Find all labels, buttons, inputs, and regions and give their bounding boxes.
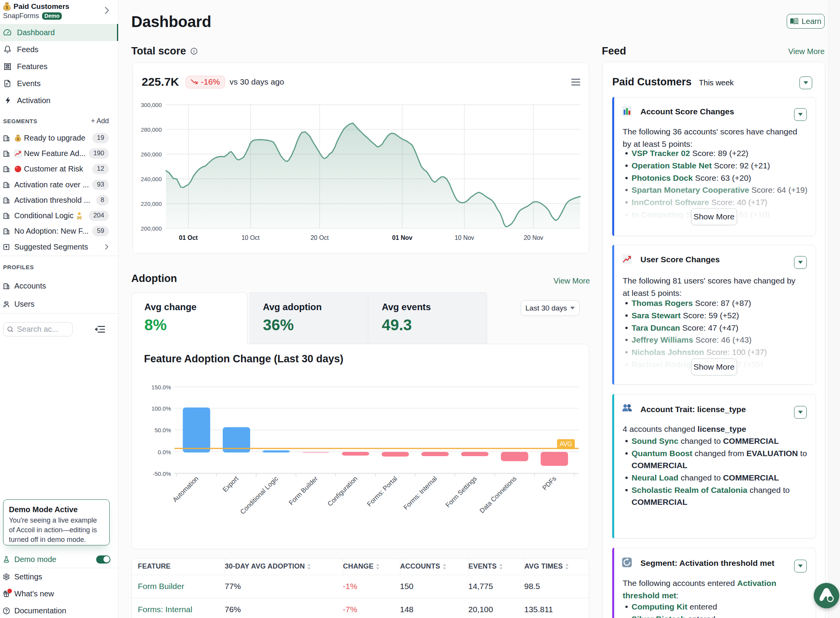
svg-text:150.0%: 150.0% [151, 384, 171, 390]
svg-text:240,000: 240,000 [141, 176, 162, 182]
svg-text:300,000: 300,000 [141, 102, 162, 108]
svg-text:Export: Export [221, 475, 240, 493]
svg-text:Forms: Internal: Forms: Internal [402, 475, 439, 511]
svg-text:Forms: Portal: Forms: Portal [366, 475, 399, 508]
svg-text:Form Settings: Form Settings [444, 475, 478, 509]
svg-text:$: $ [17, 137, 19, 141]
svg-text:01 Oct: 01 Oct [179, 234, 198, 241]
svg-text:200,000: 200,000 [141, 225, 162, 232]
svg-text:20 Nov: 20 Nov [524, 234, 544, 241]
svg-text:0.0%: 0.0% [158, 449, 171, 455]
svg-text:Conditional Logic: Conditional Logic [239, 475, 280, 516]
svg-text:-50.0%: -50.0% [152, 470, 171, 477]
svg-text:260,000: 260,000 [141, 151, 162, 158]
svg-text:Configuration: Configuration [326, 475, 359, 508]
svg-text:Automation: Automation [171, 475, 200, 503]
svg-text:$: $ [6, 5, 8, 10]
svg-text:10 Oct: 10 Oct [241, 234, 260, 241]
svg-text:AVG: AVG [560, 441, 572, 447]
svg-text:Form Builder: Form Builder [288, 475, 319, 506]
svg-text:280,000: 280,000 [141, 126, 162, 133]
svg-text:PDFs: PDFs [541, 475, 557, 491]
svg-text:10 Nov: 10 Nov [455, 234, 474, 241]
svg-text:220,000: 220,000 [141, 200, 162, 207]
svg-text:20 Oct: 20 Oct [310, 234, 329, 241]
svg-text:01 Nov: 01 Nov [392, 234, 413, 241]
svg-text:Data Connetions: Data Connetions [478, 475, 518, 514]
svg-text:50.0%: 50.0% [154, 427, 171, 433]
svg-text:100.0%: 100.0% [151, 405, 171, 412]
